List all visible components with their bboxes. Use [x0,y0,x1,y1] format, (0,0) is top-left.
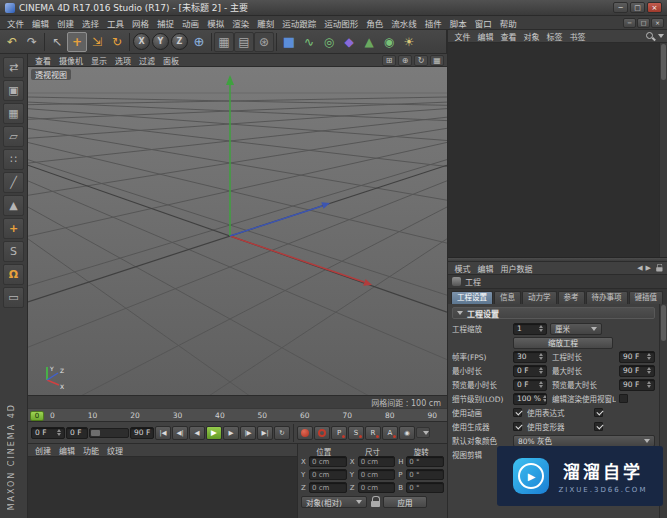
rotation-p-field[interactable]: 0 ° [406,469,444,480]
size-z-field[interactable]: 0 cm [358,482,396,493]
menu-item[interactable]: 流水线 [387,17,421,29]
add-subdivision-button[interactable]: ◎ [319,32,339,52]
record-position-button[interactable]: P [331,426,347,440]
position-x-field[interactable]: 0 cm [309,456,347,467]
current-frame-field[interactable]: 0 F [31,427,65,439]
menu-item[interactable]: 脚本 [446,17,471,29]
child-minimize-button[interactable]: ─ [623,18,636,28]
current-frame-marker[interactable]: 0 [30,411,44,421]
tab-dynamics[interactable]: 动力学 [522,291,557,304]
position-y-field[interactable]: 0 cm [309,469,347,480]
range-start-field[interactable]: 0 F [66,427,88,439]
add-spline-button[interactable]: ∿ [299,32,319,52]
maximize-button[interactable]: □ [630,2,645,13]
record-scale-button[interactable]: S [348,426,364,440]
record-rotation-button[interactable]: R [365,426,381,440]
menu-item[interactable]: 模拟 [203,17,228,29]
polygons-mode-button[interactable]: ▲ [3,195,24,216]
menu-item[interactable]: 创建 [53,17,78,29]
record-keyframe-button[interactable] [297,426,313,440]
enable-axis-button[interactable]: + [3,218,24,239]
material-menu-item[interactable]: 功能 [79,445,103,456]
child-close-button[interactable]: × [651,18,664,28]
menu-item[interactable]: 捕捉 [153,17,178,29]
coordinate-space-dropdown[interactable]: 对象(相对) [301,496,367,508]
autokeying-button[interactable] [314,426,330,440]
enable-snap-button[interactable]: Ω [3,264,24,285]
record-pla-button[interactable]: ◉ [399,426,415,440]
object-manager-menu-item[interactable]: 书签 [566,31,589,42]
animation-options-dropdown[interactable] [416,427,430,438]
material-menu-item[interactable]: 编辑 [55,445,79,456]
material-menu-item[interactable]: 纹理 [103,445,127,456]
min-time-field[interactable]: 0 F [513,365,547,377]
move-tool-button[interactable]: + [67,32,87,52]
goto-end-button[interactable]: ▶| [257,426,273,440]
add-deformer-button[interactable]: ◆ [339,32,359,52]
size-x-field[interactable]: 0 cm [358,456,396,467]
attribute-manager-menu-item[interactable]: 模式 [451,263,474,274]
range-slider-thumb[interactable] [91,430,100,436]
menu-item[interactable]: 编辑 [28,17,53,29]
preview-max-time-field[interactable]: 90 F [619,379,655,391]
live-selection-button[interactable]: ↖ [47,32,67,52]
minimize-button[interactable]: ─ [613,2,628,13]
close-button[interactable]: × [647,2,662,13]
undo-button[interactable]: ↶ [2,32,22,52]
scale-tool-button[interactable]: ⇲ [87,32,107,52]
coord-system-button[interactable]: ⊕ [189,32,209,52]
menu-item[interactable]: 窗口 [471,17,496,29]
child-restore-button[interactable]: □ [637,18,650,28]
rotate-tool-button[interactable]: ↻ [107,32,127,52]
zoom-view-icon[interactable]: ⊕ [398,55,412,66]
rotation-b-field[interactable]: 0 ° [406,482,444,493]
previous-key-button[interactable]: ◀| [172,426,188,440]
menu-item[interactable]: 选择 [78,17,103,29]
y-axis-lock-button[interactable]: Y [152,33,169,50]
menu-item[interactable]: 帮助 [496,17,521,29]
next-key-button[interactable]: |▶ [240,426,256,440]
rotation-h-field[interactable]: 0 ° [406,456,444,467]
menu-item[interactable]: 工具 [103,17,128,29]
make-editable-button[interactable]: ⇄ [3,57,24,78]
render-lod-checkbox[interactable] [619,394,628,403]
object-manager-list[interactable] [448,43,667,258]
model-mode-button[interactable]: ▣ [3,80,24,101]
object-manager-menu-item[interactable]: 对象 [520,31,543,42]
tab-project-settings[interactable]: 工程设置 [451,291,493,304]
tab-key-interpolation[interactable]: 键插值 [629,291,664,304]
object-manager-menu-item[interactable]: 标签 [543,31,566,42]
add-cube-button[interactable]: ■ [279,32,299,52]
size-y-field[interactable]: 0 cm [358,469,396,480]
render-picture-button[interactable]: ▤ [234,32,254,52]
redo-button[interactable]: ↷ [22,32,42,52]
x-axis-lock-button[interactable]: X [133,33,150,50]
tab-info[interactable]: 信息 [494,291,521,304]
timeline-ruler[interactable]: 0 0102030405060708090 [28,408,447,421]
menu-item[interactable]: 网格 [128,17,153,29]
edges-mode-button[interactable]: ╱ [3,172,24,193]
menu-item[interactable]: 运动图形 [320,17,362,29]
project-time-field[interactable]: 90 F [619,351,655,363]
scale-project-button[interactable]: 缩放工程 [513,337,613,349]
attribute-manager-menu-item[interactable]: 编辑 [474,263,497,274]
texture-mode-button[interactable]: ▦ [3,103,24,124]
object-manager-menu-item[interactable]: 文件 [451,31,474,42]
next-frame-button[interactable]: ▶ [223,426,239,440]
lock-icon[interactable] [370,496,380,508]
viewport-menu-item[interactable]: 摄像机 [55,55,87,66]
pan-view-icon[interactable]: ⊞ [382,55,396,66]
menu-item[interactable]: 角色 [362,17,387,29]
section-header[interactable]: 工程设置 [452,307,655,319]
goto-start-button[interactable]: |◀ [155,426,171,440]
scrollbar-thumb[interactable] [661,305,666,341]
viewport-menu-item[interactable]: 查看 [31,55,55,66]
material-menu-item[interactable]: 创建 [31,445,55,456]
scrollbar-thumb[interactable] [661,44,666,80]
lock-icon[interactable] [656,264,663,272]
tab-todo[interactable]: 待办事项 [586,291,628,304]
material-list[interactable] [28,457,297,518]
viewport-menu-item[interactable]: 选项 [111,55,135,66]
play-button[interactable]: ▶ [206,426,222,440]
default-object-color-dropdown[interactable]: 80% 灰色 [513,435,655,447]
